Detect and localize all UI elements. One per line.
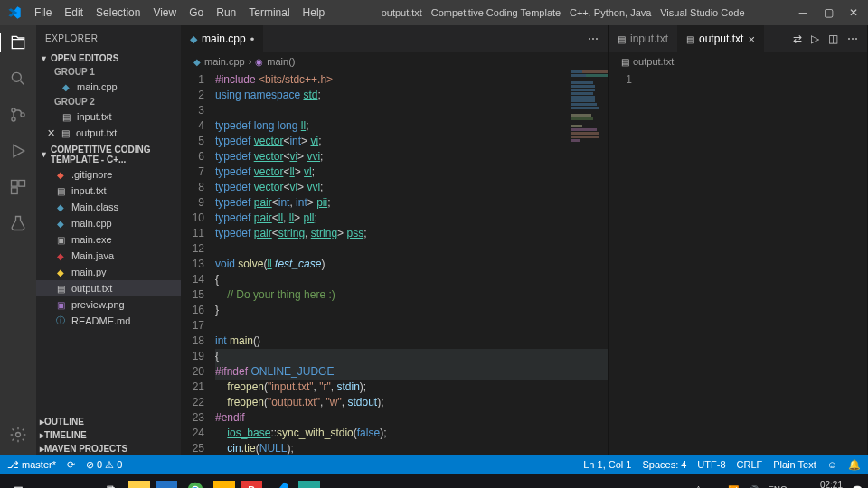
- maven-section[interactable]: ▸MAVEN PROJECTS: [36, 442, 181, 455]
- eol-indicator[interactable]: CRLF: [737, 459, 763, 470]
- open-editor-item[interactable]: ✕▤output.txt: [36, 125, 181, 141]
- png-file-icon: ▣: [54, 298, 67, 311]
- menu-view[interactable]: View: [147, 5, 182, 21]
- maximize-button[interactable]: ▢: [821, 6, 835, 19]
- compare-icon[interactable]: ⇄: [793, 33, 802, 45]
- source-control-icon[interactable]: [8, 105, 28, 125]
- wifi-icon[interactable]: 📶: [728, 485, 739, 489]
- menu-terminal[interactable]: Terminal: [243, 5, 295, 21]
- breadcrumb[interactable]: ▤output.txt: [609, 52, 867, 70]
- svg-rect-4: [12, 181, 18, 187]
- indent-indicator[interactable]: Spaces: 4: [642, 459, 686, 470]
- line-gutter: 1234567891011121314151617181920212223242…: [181, 70, 215, 455]
- menu-bar: File Edit Selection View Go Run Terminal…: [29, 5, 330, 21]
- close-button[interactable]: ✕: [846, 6, 861, 19]
- file-item[interactable]: ⓘREADME.md: [36, 313, 181, 329]
- py-file-icon: ◆: [54, 266, 67, 278]
- tab-close-icon[interactable]: •: [250, 33, 255, 46]
- notifications-icon[interactable]: 💬: [852, 485, 863, 489]
- store-icon[interactable]: [156, 481, 177, 488]
- language-indicator[interactable]: Plain Text: [773, 459, 816, 470]
- search-icon[interactable]: [8, 69, 28, 89]
- open-editors-section[interactable]: ▼OPEN EDITORS: [36, 52, 181, 65]
- file-item[interactable]: ▣preview.png: [36, 296, 181, 313]
- wps-icon[interactable]: P: [241, 481, 262, 488]
- settings-icon[interactable]: [8, 425, 28, 445]
- menu-edit[interactable]: Edit: [59, 5, 89, 21]
- branch-indicator[interactable]: ⎇ master*: [7, 459, 56, 471]
- app-icon[interactable]: [298, 481, 320, 488]
- menu-help[interactable]: Help: [297, 5, 331, 21]
- explorer-icon[interactable]: [128, 481, 150, 488]
- title-bar: File Edit Selection View Go Run Terminal…: [0, 0, 868, 25]
- file-item[interactable]: ◆.gitignore: [36, 166, 181, 183]
- menu-run[interactable]: Run: [211, 5, 241, 21]
- txt-file-icon: ▤: [54, 184, 67, 197]
- file-item[interactable]: ▤output.txt: [36, 280, 181, 296]
- cursor-position[interactable]: Ln 1, Col 1: [583, 459, 631, 470]
- project-section[interactable]: ▼COMPETITIVE CODING TEMPLATE - C+...: [36, 143, 181, 166]
- file-item[interactable]: ▤input.txt: [36, 183, 181, 199]
- minimap[interactable]: [571, 70, 608, 455]
- ime-indicator[interactable]: ENG: [768, 485, 788, 489]
- volume-icon[interactable]: 🔊: [748, 485, 759, 489]
- activity-bar: [0, 25, 36, 455]
- svg-point-0: [12, 72, 21, 81]
- breadcrumb[interactable]: ◆main.cpp › ◉main(): [181, 52, 608, 70]
- cpp-file-icon: ◆: [54, 217, 67, 230]
- txt-file-icon: ▤: [686, 34, 694, 44]
- tab-close-icon[interactable]: ×: [748, 33, 755, 46]
- file-item[interactable]: ◆main.py: [36, 264, 181, 280]
- more-icon[interactable]: ⋯: [588, 33, 599, 45]
- file-item[interactable]: ◆Main.java: [36, 248, 181, 264]
- run-icon[interactable]: ▷: [811, 33, 819, 45]
- split-icon[interactable]: ◫: [828, 33, 838, 45]
- gitignore-file-icon: ◆: [54, 168, 67, 181]
- tab-input-txt[interactable]: ▤ input.txt: [609, 25, 677, 52]
- search-icon[interactable]: ⌕: [36, 477, 61, 488]
- cortana-icon[interactable]: ○: [67, 477, 92, 488]
- extensions-icon[interactable]: [8, 177, 28, 197]
- file-item[interactable]: ▣main.exe: [36, 231, 181, 248]
- more-icon[interactable]: ⋯: [847, 33, 858, 45]
- svg-rect-5: [19, 181, 25, 187]
- status-bar: ⎇ master* ⟳ ⊘ 0 ⚠ 0 Ln 1, Col 1 Spaces: …: [0, 455, 868, 474]
- explorer-icon[interactable]: [0, 33, 35, 52]
- code-editor[interactable]: 1234567891011121314151617181920212223242…: [181, 70, 608, 455]
- problems-indicator[interactable]: ⊘ 0 ⚠ 0: [86, 459, 122, 471]
- chrome-icon[interactable]: [183, 477, 208, 488]
- run-debug-icon[interactable]: [8, 141, 28, 161]
- file-item[interactable]: ◆Main.class: [36, 199, 181, 215]
- app-icon[interactable]: [213, 481, 235, 488]
- tab-output-txt[interactable]: ▤ output.txt ×: [677, 25, 764, 52]
- test-icon[interactable]: [8, 213, 28, 233]
- open-editor-item[interactable]: ◆main.cpp: [36, 79, 181, 95]
- tab-main-cpp[interactable]: ◆ main.cpp •: [181, 25, 263, 52]
- menu-selection[interactable]: Selection: [90, 5, 146, 21]
- outline-section[interactable]: ▸OUTLINE: [36, 415, 181, 428]
- txt-file-icon: ▤: [618, 34, 626, 44]
- taskview-icon[interactable]: ⧉: [98, 477, 123, 488]
- encoding-indicator[interactable]: UTF-8: [697, 459, 725, 470]
- exe-file-icon: ▣: [54, 233, 67, 246]
- feedback-icon[interactable]: ☺: [827, 459, 837, 470]
- sync-indicator[interactable]: ⟳: [67, 459, 75, 471]
- bell-icon[interactable]: 🔔: [848, 459, 861, 471]
- code-editor[interactable]: 1: [609, 70, 867, 455]
- open-editor-item[interactable]: ▤input.txt: [36, 108, 181, 125]
- sidebar-title: EXPLORER: [36, 25, 181, 51]
- menu-file[interactable]: File: [29, 5, 57, 21]
- file-item[interactable]: ◆main.cpp: [36, 215, 181, 231]
- svg-point-1: [12, 108, 15, 112]
- start-icon[interactable]: ⊞: [5, 477, 31, 488]
- tray-chevron-icon[interactable]: ˄: [696, 485, 701, 489]
- minimize-button[interactable]: ─: [796, 6, 810, 19]
- menu-go[interactable]: Go: [184, 5, 209, 21]
- vscode-icon[interactable]: [268, 477, 293, 488]
- timeline-section[interactable]: ▸TIMELINE: [36, 428, 181, 442]
- svg-point-3: [21, 113, 24, 117]
- onedrive-icon[interactable]: ☁: [710, 485, 719, 489]
- window-title: output.txt - Competitive Coding Template…: [330, 7, 796, 18]
- svg-point-2: [12, 117, 15, 121]
- clock[interactable]: 02:2130-04-2020: [797, 480, 843, 488]
